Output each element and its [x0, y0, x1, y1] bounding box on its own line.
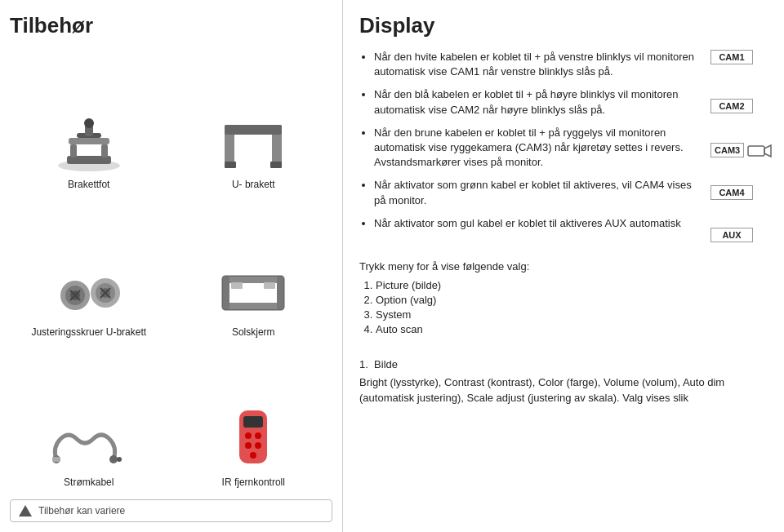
cam4-badge: CAM4: [710, 185, 753, 200]
cam2-badge: CAM2: [710, 99, 753, 113]
bullet-3: Når den brune kabelen er koblet til + på…: [374, 126, 697, 171]
bullet-list: Når den hvite kabelen er koblet til + på…: [359, 50, 697, 231]
svg-point-30: [109, 455, 118, 463]
svg-rect-24: [223, 277, 283, 283]
triangle-icon: [19, 505, 32, 516]
trykk-item-3: System: [376, 308, 768, 321]
bilde-label-text: Bilde: [374, 358, 398, 370]
svg-point-31: [117, 457, 122, 462]
svg-rect-4: [69, 138, 109, 144]
accessories-grid: Brakettfot U- brakett: [10, 51, 332, 491]
svg-point-3: [84, 118, 94, 128]
cam1-row: CAM1: [710, 50, 768, 95]
svg-point-37: [255, 432, 261, 439]
left-panel: Tilbehør Braket: [0, 0, 343, 532]
aux-badge: AUX: [710, 228, 753, 242]
svg-rect-35: [243, 416, 263, 428]
accessory-bracket-foot: Brakettfot: [10, 51, 168, 193]
bullet-2: Når den blå kabelen er koblet til + på h…: [374, 87, 697, 117]
svg-rect-27: [277, 277, 283, 309]
cam4-row: CAM4: [710, 185, 768, 224]
svg-rect-11: [225, 162, 236, 168]
footer-note-text: Tilbehør kan variere: [38, 505, 125, 516]
svg-rect-7: [101, 144, 108, 157]
screws-image: [13, 264, 165, 321]
trykk-item-1: Picture (bilde): [376, 279, 768, 291]
accessory-screws: Justeringsskruer U-brakett: [10, 200, 168, 342]
svg-rect-25: [223, 303, 283, 309]
cam3-icon: [747, 144, 772, 158]
trykk-item-2: Option (valg): [376, 294, 768, 306]
display-section: Når den hvite kabelen er koblet til + på…: [359, 50, 768, 244]
bilde-section: 1. Bilde Bright (lysstyrke), Contrast (k…: [359, 357, 768, 406]
cam1-badge: CAM1: [710, 50, 753, 64]
trykk-item-4: Auto scan: [376, 323, 768, 335]
bilde-number: 1.: [359, 358, 368, 370]
trykk-intro: Trykk meny for å vise følgende valg:: [359, 260, 768, 273]
bilde-desc: Bright (lysstyrke), Contrast (kontrast),…: [359, 375, 768, 406]
u-bracket-label: U- brakett: [232, 179, 275, 190]
footer-note: Tilbehør kan variere: [10, 499, 332, 522]
display-bullets: Når den hvite kabelen er koblet til + på…: [359, 50, 697, 244]
trykk-section: Trykk meny for å vise følgende valg: Pic…: [359, 260, 768, 348]
left-title: Tilbehør: [10, 13, 332, 38]
svg-point-36: [245, 432, 252, 439]
accessory-u-bracket: U- brakett: [175, 51, 333, 193]
svg-marker-42: [764, 145, 771, 157]
svg-rect-28: [231, 282, 243, 289]
remote-label: IR fjernkontroll: [222, 477, 285, 488]
cam-labels-column: CAM1 CAM2 CAM3: [710, 50, 768, 244]
bilde-heading: 1. Bilde: [359, 357, 768, 373]
right-title: Display: [359, 13, 768, 38]
aux-row: AUX: [710, 228, 768, 244]
svg-rect-29: [264, 282, 275, 289]
bracket-foot-label: Brakettfot: [68, 179, 109, 190]
svg-rect-6: [70, 144, 77, 157]
bullet-1: Når den hvite kabelen er koblet til + på…: [374, 50, 697, 79]
u-bracket-image: [178, 117, 330, 174]
trykk-list: Picture (bilde) Option (valg) System Aut…: [359, 279, 768, 335]
sunshield-image: [178, 264, 330, 321]
cam3-row: CAM3: [710, 143, 768, 159]
svg-rect-10: [225, 125, 282, 135]
svg-rect-26: [223, 277, 229, 309]
accessory-cable: Strømkabel: [10, 348, 168, 491]
cable-image: [13, 415, 165, 472]
svg-point-39: [255, 442, 261, 449]
svg-rect-33: [52, 457, 60, 462]
cam2-row: CAM2: [710, 99, 768, 140]
right-panel: Display Når den hvite kabelen er koblet …: [343, 0, 784, 532]
bullet-5: Når aktivator som gul kabel er koblet ti…: [374, 216, 697, 231]
svg-rect-41: [748, 146, 764, 156]
accessory-sunshield: Solskjerm: [175, 200, 333, 342]
bullet-4: Når aktivator som grønn kabel er koblet …: [374, 178, 697, 207]
screws-label: Justeringsskruer U-brakett: [31, 326, 146, 338]
cable-label: Strømkabel: [64, 477, 114, 488]
remote-image: [178, 406, 330, 472]
sunshield-label: Solskjerm: [232, 326, 275, 338]
bracket-foot-image: [13, 117, 165, 174]
cam3-badge: CAM3: [710, 143, 744, 157]
svg-point-38: [245, 442, 252, 449]
svg-point-40: [250, 452, 256, 459]
accessory-remote: IR fjernkontroll: [175, 348, 333, 491]
svg-rect-12: [270, 162, 282, 168]
